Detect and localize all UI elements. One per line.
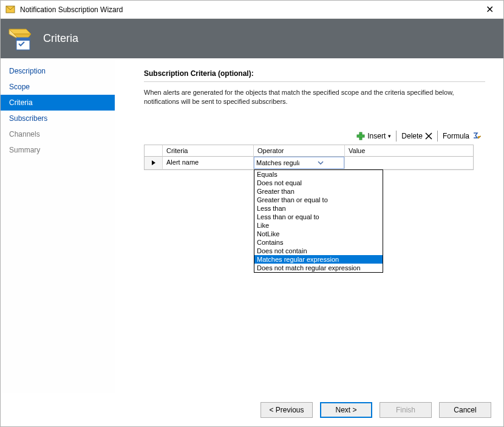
table-header: Criteria Operator Value (145, 145, 473, 157)
toolbar-separator (396, 131, 397, 142)
formula-label: Formula (443, 132, 469, 140)
operator-option[interactable]: NotLike (254, 230, 383, 238)
window-title: Notification Subscription Wizard (20, 5, 123, 14)
toolbar-separator (437, 131, 438, 142)
operator-option[interactable]: Less than (254, 204, 383, 213)
app-icon (5, 5, 15, 15)
delete-button[interactable]: Delete (398, 131, 436, 142)
operator-combobox[interactable]: Matches regular expression (254, 157, 344, 169)
value-cell[interactable] (345, 157, 473, 169)
header-operator: Operator (254, 145, 345, 157)
operator-option[interactable]: Does not equal (254, 179, 383, 187)
wizard-window: Notification Subscription Wizard ✕ Crite… (0, 0, 504, 427)
sidebar: Description Scope Criteria Subscribers C… (1, 58, 115, 393)
banner: Criteria (1, 19, 503, 58)
delete-x-icon (425, 132, 432, 140)
header-value: Value (345, 145, 473, 157)
banner-title: Criteria (43, 32, 78, 45)
criteria-cell[interactable]: Alert name (163, 157, 254, 169)
next-button[interactable]: Next > (320, 402, 372, 418)
previous-button[interactable]: < Previous (261, 402, 313, 418)
operator-selected-text: Matches regular expression (256, 159, 299, 166)
svg-rect-5 (16, 38, 30, 41)
footer: < Previous Next > Finish Cancel (1, 393, 503, 426)
operator-option[interactable]: Equals (254, 170, 383, 179)
operator-option[interactable]: Less than or equal to (254, 213, 383, 221)
sidebar-item-criteria[interactable]: Criteria (1, 95, 115, 111)
operator-option[interactable]: Greater than (254, 187, 383, 196)
table-body: Alert name Matches regular expression Eq… (145, 157, 473, 169)
sidebar-item-subscribers[interactable]: Subscribers (1, 111, 115, 126)
criteria-table: Criteria Operator Value Alert name (144, 145, 474, 170)
operator-cell[interactable]: Matches regular expression EqualsDoes no… (254, 157, 345, 169)
operator-option[interactable]: Does not contain (254, 247, 383, 255)
table-row: Alert name Matches regular expression Eq… (145, 157, 473, 169)
criteria-toolbar: Insert ▾ Delete Formula (144, 130, 485, 142)
operator-option[interactable]: Matches regular expression (254, 255, 383, 264)
main-panel: Subscription Criteria (optional): When a… (115, 58, 503, 393)
header-rowselector (145, 145, 163, 157)
header-criteria: Criteria (163, 145, 254, 157)
sidebar-item-channels[interactable]: Channels (1, 126, 115, 142)
plus-icon (356, 132, 365, 140)
sidebar-item-description[interactable]: Description (1, 63, 115, 79)
content-area: Description Scope Criteria Subscribers C… (1, 58, 503, 393)
insert-dropdown-arrow: ▾ (388, 133, 391, 139)
svg-rect-7 (357, 135, 364, 137)
operator-dropdown-list[interactable]: EqualsDoes not equalGreater thanGreater … (254, 169, 383, 273)
insert-button[interactable]: Insert ▾ (353, 131, 395, 142)
sidebar-item-summary[interactable]: Summary (1, 142, 115, 158)
cancel-button[interactable]: Cancel (439, 402, 491, 418)
delete-label: Delete (401, 132, 423, 140)
row-selector[interactable] (145, 157, 163, 169)
sidebar-item-scope[interactable]: Scope (1, 79, 115, 95)
operator-option[interactable]: Contains (254, 238, 383, 247)
operator-option[interactable]: Like (254, 221, 383, 230)
section-description: When alerts are generated for the object… (144, 88, 466, 107)
criteria-area: Insert ▾ Delete Formula (144, 130, 485, 170)
operator-option[interactable]: Greater than or equal to (254, 196, 383, 204)
titlebar: Notification Subscription Wizard ✕ (1, 1, 503, 19)
formula-icon (472, 131, 482, 141)
operator-option[interactable]: Does not match regular expression (254, 264, 383, 272)
close-button[interactable]: ✕ (481, 4, 499, 15)
chevron-down-icon (299, 161, 342, 165)
section-title: Subscription Criteria (optional): (144, 69, 485, 82)
formula-button[interactable]: Formula (439, 130, 485, 142)
current-row-arrow-icon (151, 160, 156, 166)
insert-label: Insert (367, 132, 386, 140)
finish-button: Finish (380, 402, 432, 418)
banner-icon (8, 26, 35, 52)
